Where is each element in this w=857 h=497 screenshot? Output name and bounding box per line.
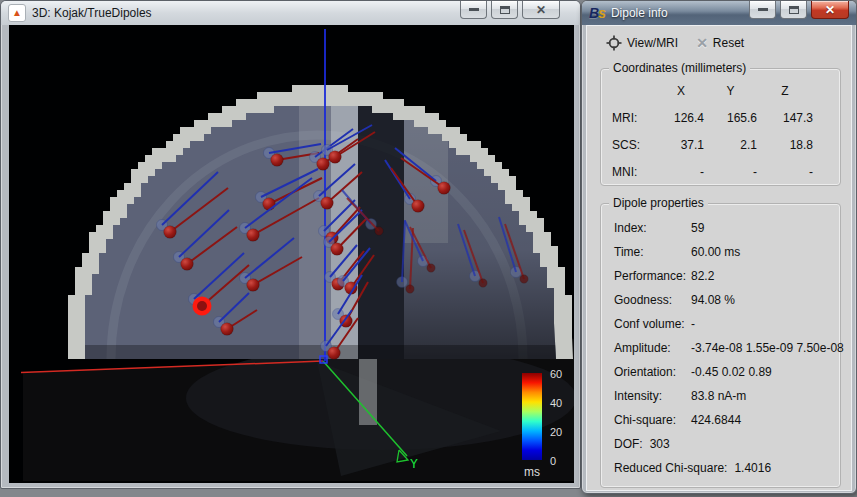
property-row: Performance:82.2: [614, 269, 836, 283]
coordinate-value: 2.1: [704, 138, 757, 152]
close-icon: ✕: [825, 4, 835, 16]
base-shadow: [61, 345, 574, 361]
property-label: Chi-square:: [614, 413, 691, 427]
property-value: 424.6844: [691, 413, 741, 427]
coordinates-group-title: Coordinates (millimeters): [609, 61, 750, 75]
dipole-marker[interactable]: [427, 264, 435, 272]
3d-scene[interactable]: Y: [9, 25, 574, 483]
desktop: ▲ 3D: Kojak/TrueDipoles ✕ Y 6040200 ms B…: [0, 0, 857, 497]
x-icon: ✕: [696, 36, 708, 50]
properties-group: Dipole properties Index:59Time:60.00 msP…: [600, 203, 841, 488]
property-row: Time:60.00 ms: [614, 245, 836, 259]
property-value: -0.45 0.02 0.89: [691, 365, 772, 379]
dipole-marker[interactable]: [263, 198, 276, 211]
close-button[interactable]: ✕: [522, 1, 560, 19]
dipole-marker[interactable]: [331, 243, 344, 256]
coordinates-table: XYZMRI:126.4165.6147.3SCS:37.12.118.8MNI…: [601, 69, 840, 179]
property-label: Performance:: [614, 269, 691, 283]
property-value: 82.2: [691, 269, 714, 283]
property-value: 303: [650, 437, 670, 451]
property-row: Intensity:83.8 nA-m: [614, 389, 836, 403]
property-row: Reduced Chi-square:1.4016: [614, 461, 836, 475]
minimize-button[interactable]: [749, 1, 776, 19]
row-label: MRI:: [612, 111, 658, 125]
property-row: Goodness:94.08 %: [614, 293, 836, 307]
row-label: SCS:: [612, 138, 658, 152]
property-row: Conf volume:-: [614, 317, 836, 331]
dipole-marker[interactable]: [520, 275, 528, 283]
dipole-info-panel: View/MRI ✕ Reset Coordinates (millimeter…: [586, 25, 852, 491]
window-title-3d: 3D: Kojak/TrueDipoles: [32, 6, 152, 20]
y-axis-label: Y: [410, 456, 418, 471]
properties-group-title: Dipole properties: [609, 196, 708, 210]
dipole-marker[interactable]: [271, 154, 284, 167]
maximize-icon: [789, 6, 799, 14]
coordinate-value: -: [704, 165, 757, 179]
minimize-icon: [469, 8, 479, 11]
dipole-marker[interactable]: [412, 200, 425, 213]
property-value: -: [691, 317, 695, 331]
column-header: Z: [757, 84, 813, 98]
maximize-button[interactable]: [780, 1, 807, 19]
property-value: -3.74e-08 1.55e-09 7.50e-08: [691, 341, 844, 355]
reset-button[interactable]: ✕ Reset: [696, 36, 744, 50]
colorbar-tick-label: 40: [550, 397, 574, 409]
dipole-marker[interactable]: [164, 226, 177, 239]
coordinate-value: 126.4: [658, 111, 704, 125]
coordinate-value: -: [658, 165, 704, 179]
slice-ground-strip: [359, 359, 377, 425]
property-label: Orientation:: [614, 365, 691, 379]
colorbar-tick-label: 20: [550, 426, 574, 438]
dipole-marker[interactable]: [479, 279, 487, 287]
row-label: MNI:: [612, 165, 658, 179]
window-title-dipole-info: Dipole info: [611, 6, 668, 20]
dipole-marker[interactable]: [438, 182, 451, 195]
dipole-marker[interactable]: [321, 197, 334, 210]
coordinate-value: -: [757, 165, 813, 179]
colorbar-unit: ms: [514, 465, 550, 479]
dipole-marker[interactable]: [317, 158, 330, 171]
property-label: Amplitude:: [614, 341, 691, 355]
property-label: Reduced Chi-square:: [614, 461, 727, 475]
maximize-icon: [500, 6, 510, 14]
dipole-marker[interactable]: [406, 285, 414, 293]
titlebar-3d-figure[interactable]: ▲ 3D: Kojak/TrueDipoles ✕: [1, 1, 580, 25]
colorbar[interactable]: 6040200 ms: [514, 372, 574, 484]
property-label: Index:: [614, 221, 691, 235]
property-row: Index:59: [614, 221, 836, 235]
property-row: Orientation:-0.45 0.02 0.89: [614, 365, 836, 379]
minimize-button[interactable]: [460, 1, 487, 19]
reset-label: Reset: [713, 36, 744, 50]
colorbar-gradient[interactable]: [522, 373, 542, 460]
dipole-marker[interactable]: [197, 301, 207, 311]
axes-origin-marker: [320, 356, 327, 363]
property-value: 60.00 ms: [691, 245, 740, 259]
dipole-marker[interactable]: [247, 229, 260, 242]
dipole-marker[interactable]: [375, 227, 383, 235]
dipole-marker[interactable]: [221, 323, 234, 336]
dipole-toolbar: View/MRI ✕ Reset: [587, 26, 851, 53]
dipole-marker[interactable]: [181, 258, 194, 271]
close-button[interactable]: ✕: [811, 1, 849, 19]
view-mri-button[interactable]: View/MRI: [606, 35, 678, 51]
crosshair-icon: [606, 35, 622, 51]
dipole-marker[interactable]: [329, 151, 342, 164]
window-3d-figure: ▲ 3D: Kojak/TrueDipoles ✕ Y 6040200 ms: [0, 0, 581, 489]
maximize-button[interactable]: [491, 1, 518, 19]
property-row: DOF:303: [614, 437, 836, 451]
view-mri-label: View/MRI: [627, 36, 678, 50]
dipole-marker[interactable]: [328, 347, 341, 360]
corner-cell: [612, 84, 658, 98]
coordinate-value: 37.1: [658, 138, 704, 152]
titlebar-dipole-info[interactable]: Bs Dipole info ✕: [582, 1, 856, 25]
coordinate-value: 147.3: [757, 111, 813, 125]
colorbar-tick-label: 0: [550, 455, 574, 467]
property-value: 94.08 %: [691, 293, 735, 307]
coordinates-group: Coordinates (millimeters) XYZMRI:126.416…: [600, 68, 841, 186]
sagittal-slice-left-face: [299, 87, 331, 361]
property-value: 59: [691, 221, 704, 235]
property-row: Chi-square:424.6844: [614, 413, 836, 427]
dipole-marker[interactable]: [247, 279, 260, 292]
property-value: 83.8 nA-m: [691, 389, 746, 403]
3d-viewport[interactable]: Y 6040200 ms: [9, 25, 574, 483]
